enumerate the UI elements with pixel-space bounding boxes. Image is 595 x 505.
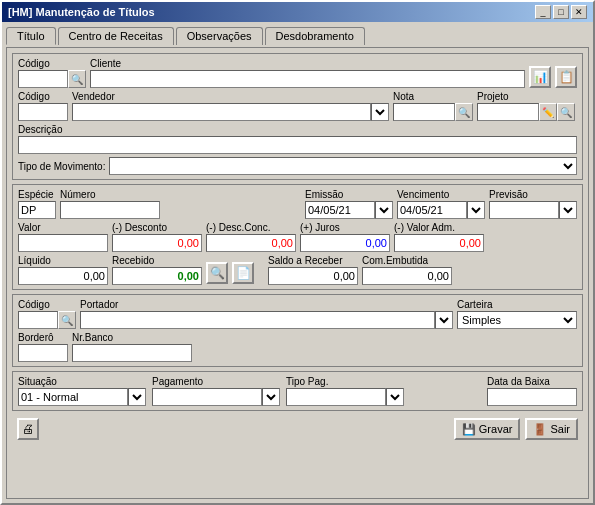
carteira-label: Carteira [457, 299, 577, 310]
valor-input[interactable] [18, 234, 108, 252]
vendedor-label: Vendedor [72, 91, 389, 102]
minimize-button[interactable]: _ [535, 5, 551, 19]
tab-observacoes[interactable]: Observações [176, 27, 263, 45]
valor-label: Valor [18, 222, 108, 233]
row-tipo-movimento: Tipo de Movimento: [18, 157, 577, 175]
section-valores: Espécie Número Emissão [12, 184, 583, 290]
portador-input[interactable] [80, 311, 435, 329]
previsao-dropdown[interactable] [559, 201, 577, 219]
nota-input-group: 🔍 [393, 103, 473, 121]
situacao-label: Situação [18, 376, 148, 387]
codigo-input[interactable] [18, 70, 68, 88]
field-nota: Nota 🔍 [393, 91, 473, 121]
situacao-dropdown[interactable] [128, 388, 146, 406]
cliente-icon-btn2[interactable]: 📋 [555, 66, 577, 88]
gravar-button[interactable]: 💾 Gravar [454, 418, 521, 440]
content-area: Título Centro de Receitas Observações De… [2, 22, 593, 503]
situacao-input[interactable] [18, 388, 128, 406]
sair-icon: 🚪 [533, 423, 547, 436]
vendedor-input[interactable] [72, 103, 371, 121]
especie-input[interactable] [18, 201, 56, 219]
juros-input[interactable] [300, 234, 390, 252]
field-juros: (+) Juros [300, 222, 390, 252]
nr-banco-label: Nr.Banco [72, 332, 192, 343]
portador-dropdown[interactable] [435, 311, 453, 329]
descricao-input[interactable] [18, 136, 577, 154]
gravar-icon: 💾 [462, 423, 476, 436]
pagamento-dropdown[interactable] [262, 388, 280, 406]
tab-desdobramento[interactable]: Desdobramento [265, 27, 365, 45]
row-descricao: Descrição [18, 124, 577, 154]
recebido-input[interactable] [112, 267, 202, 285]
desc-conc-input[interactable] [206, 234, 296, 252]
saldo-input[interactable] [268, 267, 358, 285]
emissao-dropdown[interactable] [375, 201, 393, 219]
vencimento-input[interactable] [397, 201, 467, 219]
title-bar: [HM] Manutenção de Títulos _ □ ✕ [2, 2, 593, 22]
cliente-icon-btn1[interactable]: 📊 [529, 66, 551, 88]
row-vendedor: Código Vendedor Nota [18, 91, 577, 121]
tipo-movimento-select[interactable] [109, 157, 577, 175]
field-portador: Portador [80, 299, 453, 329]
codigo-search-button[interactable]: 🔍 [68, 70, 86, 88]
tipo-pag-dropdown[interactable] [386, 388, 404, 406]
close-button[interactable]: ✕ [571, 5, 587, 19]
row-borderô: Borderô Nr.Banco [18, 332, 577, 362]
field-desconto: (-) Desconto [112, 222, 202, 252]
field-valor-adm: (-) Valor Adm. [394, 222, 484, 252]
desconto-input[interactable] [112, 234, 202, 252]
vencimento-label: Vencimento [397, 189, 485, 200]
vencimento-dropdown[interactable] [467, 201, 485, 219]
previsao-input[interactable] [489, 201, 559, 219]
projeto-input-group: ✏️ 🔍 [477, 103, 577, 121]
previsao-label: Previsão [489, 189, 577, 200]
sair-button[interactable]: 🚪 Sair [525, 418, 578, 440]
desconto-label: (-) Desconto [112, 222, 202, 233]
projeto-edit-button[interactable]: ✏️ [539, 103, 557, 121]
borderô-input[interactable] [18, 344, 68, 362]
field-situacao: Situação [18, 376, 148, 406]
field-emissao: Emissão [305, 189, 393, 219]
portador-search-button[interactable]: 🔍 [58, 311, 76, 329]
data-baixa-input[interactable] [487, 388, 577, 406]
field-codigo: Código 🔍 [18, 58, 86, 88]
especie-label: Espécie [18, 189, 56, 200]
projeto-input[interactable] [477, 103, 539, 121]
sair-label: Sair [550, 423, 570, 435]
tab-titulo[interactable]: Título [6, 27, 56, 45]
field-previsao: Previsão [489, 189, 577, 219]
liquido-input[interactable] [18, 267, 108, 285]
nota-search-button[interactable]: 🔍 [455, 103, 473, 121]
valor-adm-input[interactable] [394, 234, 484, 252]
com-embutida-input[interactable] [362, 267, 452, 285]
field-vencimento: Vencimento [397, 189, 485, 219]
vendedor-dropdown[interactable] [371, 103, 389, 121]
field-numero: Número [60, 189, 160, 219]
recebido-doc-btn[interactable]: 📄 [232, 262, 254, 284]
maximize-button[interactable]: □ [553, 5, 569, 19]
field-vendedor: Vendedor [72, 91, 389, 121]
numero-input[interactable] [60, 201, 160, 219]
field-saldo: Saldo a Receber [268, 255, 358, 285]
tab-bar: Título Centro de Receitas Observações De… [6, 26, 589, 44]
gravar-label: Gravar [479, 423, 513, 435]
carteira-select[interactable]: Simples Com Registro [457, 311, 577, 329]
emissao-input[interactable] [305, 201, 375, 219]
pagamento-input[interactable] [152, 388, 262, 406]
field-tipo-pag: Tipo Pag. [286, 376, 406, 406]
nota-input[interactable] [393, 103, 455, 121]
projeto-search-button[interactable]: 🔍 [557, 103, 575, 121]
tipo-pag-input[interactable] [286, 388, 386, 406]
tab-centro-receitas[interactable]: Centro de Receitas [58, 27, 174, 45]
cliente-input[interactable] [90, 70, 525, 88]
codigo2-input[interactable] [18, 103, 68, 121]
codigo-portador-input[interactable] [18, 311, 58, 329]
tipo-pag-label: Tipo Pag. [286, 376, 406, 387]
field-carteira: Carteira Simples Com Registro [457, 299, 577, 329]
field-projeto: Projeto ✏️ 🔍 [477, 91, 577, 121]
recibo-button[interactable]: 🖨 [17, 418, 39, 440]
nr-banco-input[interactable] [72, 344, 192, 362]
recebido-search-btn[interactable]: 🔍 [206, 262, 228, 284]
field-data-baixa: Data da Baixa [487, 376, 577, 406]
row-situacao: Situação Pagamento T [18, 376, 577, 406]
